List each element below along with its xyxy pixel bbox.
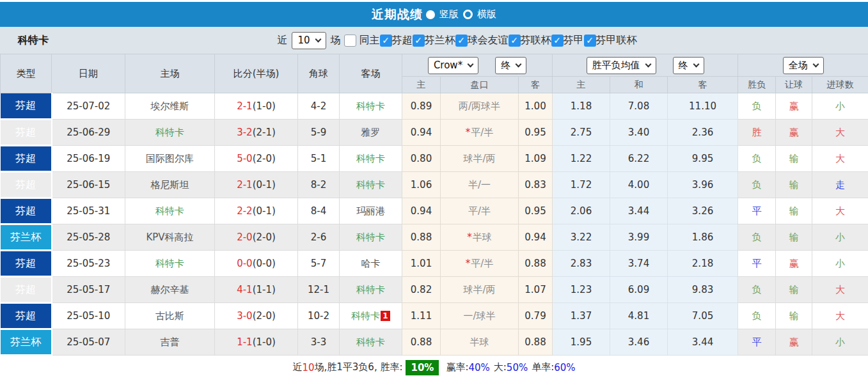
ah-line: 球半/两	[463, 153, 495, 164]
same-venue-label[interactable]: 同主	[359, 34, 380, 47]
sub-header-handicap-result: 让球	[776, 77, 812, 93]
away-team-name[interactable]: 科特卡	[356, 100, 385, 112]
games-count-select[interactable]: 10	[292, 32, 326, 49]
fulltime-score: 3-2	[237, 127, 253, 138]
score-cell: 1-1(1-0)	[215, 329, 298, 356]
away-team-name[interactable]: 玛丽港	[356, 205, 385, 217]
eu-draw-odds: 3.44	[610, 198, 668, 224]
away-team-cell: 哈卡	[340, 251, 402, 277]
eu-home-odds: 2.06	[553, 198, 610, 224]
ah-line-cell: 球半/两	[441, 146, 519, 172]
handicap-result: 输	[776, 277, 812, 303]
home-team-cell: 赫尔辛基	[125, 277, 215, 303]
match-date: 25-05-10	[52, 303, 125, 329]
league-label[interactable]: 芬甲联杯	[596, 34, 637, 47]
league-label[interactable]: 芬联杯	[521, 34, 551, 47]
league-label[interactable]: 芬甲	[564, 34, 584, 47]
home-team-name[interactable]: 科特卡	[155, 205, 184, 217]
league-label[interactable]: 芬超	[392, 34, 413, 47]
horizontal-layout-label[interactable]: 横版	[477, 8, 496, 20]
home-team-name[interactable]: 古比斯	[155, 310, 184, 322]
score-cell: 2-0(2-0)	[215, 224, 298, 251]
eu-draw-odds: 6.09	[610, 277, 668, 303]
corner-count: 10-2	[298, 303, 340, 329]
same-venue-checkbox[interactable]	[344, 35, 356, 47]
table-row: 芬超25-05-31科特卡2-2(0-1)8-4玛丽港0.94平/半0.952.…	[1, 198, 868, 224]
col-header-home: 主场	[125, 54, 215, 93]
goals-result: 小	[812, 224, 868, 251]
home-team-name[interactable]: 埃尔维斯	[151, 100, 189, 112]
handicap-period-value: 终	[501, 59, 510, 72]
home-team-name[interactable]: KPV科高拉	[146, 231, 193, 243]
ah-line-cell: 一/球半	[441, 303, 519, 329]
fulltime-score: 0-0	[237, 258, 253, 269]
league-checkbox[interactable]: ✓	[584, 35, 596, 47]
league-checkbox[interactable]: ✓	[455, 35, 468, 47]
league-label[interactable]: 芬兰杯	[425, 34, 455, 47]
horizontal-layout-radio[interactable]	[463, 10, 473, 19]
halftime-score: (2-0)	[253, 153, 276, 164]
euro-period-select[interactable]: 终	[673, 57, 704, 74]
table-row: 芬超25-06-19国际图尔库5-0(2-0)5-1科特卡0.80球半/两1.0…	[1, 146, 868, 172]
eu-away-odds: 11.10	[668, 93, 738, 120]
away-team-name[interactable]: 哈卡	[361, 258, 381, 269]
goals-result: 小	[812, 329, 868, 356]
handicap-result: 输	[776, 224, 812, 251]
away-team-name[interactable]: 科特卡	[356, 153, 385, 164]
away-team-name[interactable]: 科特卡	[356, 231, 385, 243]
home-team-name[interactable]: 科特卡	[155, 258, 184, 269]
odds-type-select[interactable]: 胜平负均值	[587, 57, 656, 74]
league-checkbox[interactable]: ✓	[413, 35, 425, 47]
table-row: 芬超25-05-10古比斯3-0(2-0)10-2科特卡11.11一/球半0.7…	[1, 303, 868, 329]
scope-select[interactable]: 全场	[783, 57, 824, 74]
match-result: 负	[738, 224, 776, 251]
page-title: 近期战绩	[372, 6, 423, 23]
home-team-name[interactable]: 科特卡	[155, 127, 184, 138]
eu-draw-odds: 3.99	[610, 224, 668, 251]
goals-result: 小	[812, 93, 868, 120]
match-type-badge: 芬超	[1, 93, 52, 120]
league-checkbox[interactable]: ✓	[380, 35, 392, 47]
eu-draw-odds: 3.46	[610, 329, 668, 356]
league-filter-group: ✓芬超✓芬兰杯✓球会友谊✓芬联杯✓芬甲✓芬甲联杯	[380, 34, 637, 47]
ah-line: 一/球半	[463, 310, 495, 322]
filter-bar: 科特卡 近 10 场 同主 ✓芬超✓芬兰杯✓球会友谊✓芬联杯✓芬甲✓芬甲联杯	[0, 27, 868, 54]
games-count-value: 10	[297, 35, 310, 46]
bookmaker-select[interactable]: Crow*	[428, 57, 478, 74]
ah-away-odds: 0.83	[519, 172, 553, 198]
score-cell: 4-1(1-1)	[215, 277, 298, 303]
away-team-name[interactable]: 科特卡	[356, 336, 385, 348]
corner-count: 2-6	[298, 224, 340, 251]
check-icon: ✓	[510, 35, 518, 45]
league-label[interactable]: 球会友谊	[468, 34, 509, 47]
vertical-layout-label[interactable]: 竖版	[439, 8, 459, 20]
away-team-cell: 雅罗	[340, 120, 402, 146]
away-team-cell: 科特卡	[340, 93, 402, 120]
summary-near-label: 近	[292, 361, 302, 373]
away-team-name[interactable]: 科特卡	[351, 310, 380, 322]
bookmaker-select-value: Crow*	[434, 59, 462, 71]
handicap-period-select[interactable]: 终	[495, 57, 526, 74]
away-team-name[interactable]: 科特卡	[356, 179, 385, 191]
match-type-badge: 芬兰杯	[1, 329, 52, 356]
vertical-layout-radio[interactable]	[426, 10, 435, 19]
table-row: 芬超25-07-02埃尔维斯2-1(1-0)4-2科特卡0.89两/两球半1.0…	[1, 93, 868, 120]
eu-draw-odds: 4.81	[610, 303, 668, 329]
match-date: 25-07-02	[52, 93, 125, 120]
home-team-name[interactable]: 吉普	[161, 336, 180, 348]
sub-header-ah-home: 主	[402, 77, 441, 93]
away-team-name[interactable]: 科特卡	[356, 284, 385, 295]
sub-header-eu-away: 客	[668, 77, 738, 93]
home-team-cell: 科特卡	[125, 251, 215, 277]
halftime-score: (2-0)	[253, 310, 276, 322]
home-team-name[interactable]: 赫尔辛基	[151, 284, 189, 295]
summary-seg2-label: 赢率:	[446, 361, 468, 373]
table-row: 芬兰杯25-05-07吉普1-1(1-0)3-3科特卡0.88半球0.881.9…	[1, 329, 868, 356]
chevron-down-icon	[693, 61, 699, 67]
home-team-name[interactable]: 国际图尔库	[146, 153, 194, 164]
away-team-name[interactable]: 雅罗	[361, 127, 381, 138]
league-checkbox[interactable]: ✓	[509, 35, 521, 47]
handicap-result: 输	[776, 146, 812, 172]
home-team-name[interactable]: 格尼斯坦	[151, 179, 189, 191]
league-checkbox[interactable]: ✓	[551, 35, 564, 47]
